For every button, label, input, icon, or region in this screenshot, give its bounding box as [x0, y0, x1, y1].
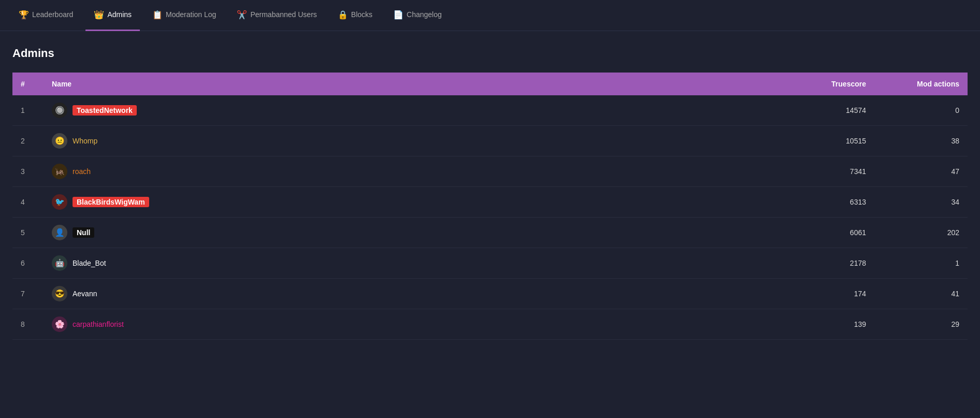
- avatar: 🌸: [52, 316, 67, 332]
- truescore-cell: 139: [616, 309, 874, 340]
- nav-label-changelog: Changelog: [407, 10, 442, 19]
- truescore-cell: 6313: [616, 187, 874, 218]
- name-cell: 👤Null: [44, 218, 616, 248]
- name-cell: 🌸carpathianflorist: [44, 309, 616, 340]
- name-cell: 😐Whomp: [44, 126, 616, 156]
- col-name: Name: [44, 73, 616, 95]
- rank-cell: 3: [12, 156, 44, 187]
- truescore-cell: 7341: [616, 156, 874, 187]
- nav-icon-admins: 👑: [94, 10, 104, 20]
- nav-bar: 🏆Leaderboard👑Admins📋Moderation Log✂️Perm…: [0, 0, 980, 31]
- table-row[interactable]: 6🤖Blade_Bot21781: [12, 248, 968, 279]
- table-row[interactable]: 1🔘ToastedNetwork145740: [12, 95, 968, 126]
- nav-icon-changelog: 📄: [393, 10, 403, 20]
- truescore-cell: 174: [616, 279, 874, 309]
- admins-table: # Name Truescore Mod actions 1🔘ToastedNe…: [12, 73, 968, 340]
- rank-cell: 2: [12, 126, 44, 156]
- mod-actions-cell: 202: [874, 218, 968, 248]
- nav-item-blocks[interactable]: 🔒Blocks: [329, 0, 381, 31]
- avatar: 😎: [52, 286, 67, 301]
- table-row[interactable]: 3🦗roach734147: [12, 156, 968, 187]
- username[interactable]: Whomp: [73, 137, 97, 145]
- mod-actions-cell: 34: [874, 187, 968, 218]
- nav-icon-leaderboard: 🏆: [19, 10, 29, 20]
- table-row[interactable]: 2😐Whomp1051538: [12, 126, 968, 156]
- rank-cell: 7: [12, 279, 44, 309]
- nav-icon-blocks: 🔒: [338, 10, 348, 20]
- nav-icon-moderation-log: 📋: [152, 10, 163, 20]
- avatar: 🔘: [52, 103, 67, 118]
- table-header: # Name Truescore Mod actions: [12, 73, 968, 95]
- nav-label-admins: Admins: [107, 10, 132, 19]
- nav-icon-permabanned-users: ✂️: [237, 10, 247, 20]
- name-cell: 😎Aevann: [44, 279, 616, 309]
- nav-label-permabanned-users: Permabanned Users: [250, 10, 316, 19]
- name-cell: 🐦BlackBirdsWigWam: [44, 187, 616, 218]
- username[interactable]: roach: [73, 167, 91, 176]
- username[interactable]: Aevann: [73, 290, 97, 298]
- name-cell: 🤖Blade_Bot: [44, 248, 616, 279]
- table-row[interactable]: 7😎Aevann17441: [12, 279, 968, 309]
- table-row[interactable]: 5👤Null6061202: [12, 218, 968, 248]
- username[interactable]: ToastedNetwork: [73, 105, 137, 116]
- mod-actions-cell: 29: [874, 309, 968, 340]
- nav-label-leaderboard: Leaderboard: [32, 10, 73, 19]
- mod-actions-cell: 38: [874, 126, 968, 156]
- avatar: 😐: [52, 133, 67, 149]
- rank-cell: 4: [12, 187, 44, 218]
- avatar: 🦗: [52, 164, 67, 179]
- nav-item-moderation-log[interactable]: 📋Moderation Log: [144, 0, 224, 31]
- avatar: 🐦: [52, 194, 67, 210]
- truescore-cell: 14574: [616, 95, 874, 126]
- avatar: 🤖: [52, 255, 67, 271]
- page-content: Admins # Name Truescore Mod actions 1🔘To…: [0, 31, 980, 355]
- nav-label-moderation-log: Moderation Log: [166, 10, 216, 19]
- name-cell: 🔘ToastedNetwork: [44, 95, 616, 126]
- mod-actions-cell: 41: [874, 279, 968, 309]
- username[interactable]: BlackBirdsWigWam: [73, 197, 149, 207]
- col-mod-actions: Mod actions: [874, 73, 968, 95]
- truescore-cell: 2178: [616, 248, 874, 279]
- table-body: 1🔘ToastedNetwork1457402😐Whomp10515383🦗ro…: [12, 95, 968, 340]
- username[interactable]: Null: [73, 227, 94, 238]
- truescore-cell: 10515: [616, 126, 874, 156]
- username[interactable]: Blade_Bot: [73, 259, 106, 267]
- mod-actions-cell: 0: [874, 95, 968, 126]
- page-title: Admins: [12, 47, 968, 60]
- name-cell: 🦗roach: [44, 156, 616, 187]
- col-rank: #: [12, 73, 44, 95]
- table-row[interactable]: 4🐦BlackBirdsWigWam631334: [12, 187, 968, 218]
- table-row[interactable]: 8🌸carpathianflorist13929: [12, 309, 968, 340]
- username[interactable]: carpathianflorist: [73, 320, 124, 328]
- nav-item-changelog[interactable]: 📄Changelog: [385, 0, 450, 31]
- avatar: 👤: [52, 225, 67, 240]
- mod-actions-cell: 47: [874, 156, 968, 187]
- nav-item-leaderboard[interactable]: 🏆Leaderboard: [10, 0, 81, 31]
- nav-item-admins[interactable]: 👑Admins: [85, 0, 140, 31]
- nav-item-permabanned-users[interactable]: ✂️Permabanned Users: [228, 0, 325, 31]
- truescore-cell: 6061: [616, 218, 874, 248]
- rank-cell: 8: [12, 309, 44, 340]
- nav-label-blocks: Blocks: [351, 10, 372, 19]
- mod-actions-cell: 1: [874, 248, 968, 279]
- rank-cell: 6: [12, 248, 44, 279]
- rank-cell: 5: [12, 218, 44, 248]
- rank-cell: 1: [12, 95, 44, 126]
- col-truescore: Truescore: [616, 73, 874, 95]
